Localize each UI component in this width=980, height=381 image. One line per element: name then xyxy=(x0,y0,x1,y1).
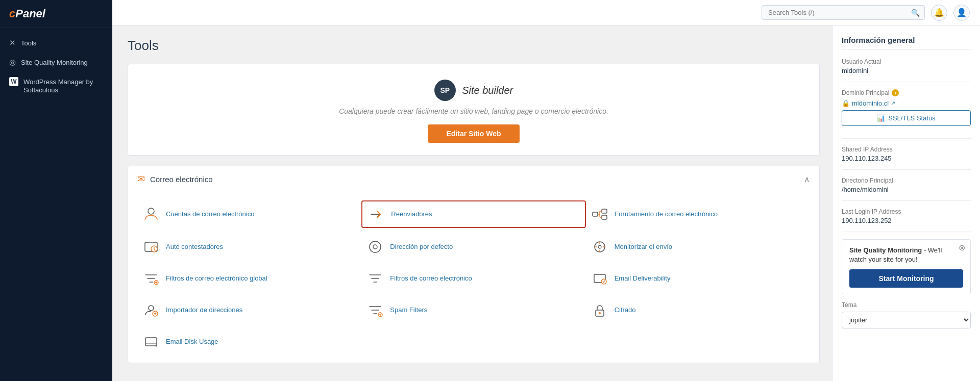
tool-disk-usage-label: Email Disk Usage xyxy=(166,338,218,346)
search-input[interactable] xyxy=(762,5,925,20)
sidebar-item-wordpress[interactable]: W WordPress Manager by Softaculous xyxy=(0,72,112,99)
tool-autocontestadores-icon xyxy=(142,238,160,256)
dominio-link[interactable]: 🔒 midominio.cl ↗ xyxy=(842,99,971,107)
info-label-shared-ip: Shared IP Address xyxy=(842,146,971,153)
lock-icon: 🔒 xyxy=(842,99,850,107)
sidebar-item-site-quality[interactable]: ◎ Site Quality Monitoring xyxy=(0,53,112,72)
info-label-last-login: Last Login IP Address xyxy=(842,208,971,215)
sidebar-item-wordpress-top: W WordPress Manager by xyxy=(9,77,103,86)
info-label-dominio: Dominio Principal xyxy=(842,89,889,96)
monitoring-popup-text: Site Quality Monitoring - We'll watch yo… xyxy=(849,246,963,264)
tool-cifrado-icon xyxy=(591,301,608,319)
tool-disk-usage[interactable]: Email Disk Usage xyxy=(137,329,361,354)
ssl-status-button[interactable]: 📊 SSL/TLS Status xyxy=(842,110,971,126)
monitoring-popup-close[interactable]: ⊗ xyxy=(959,244,965,252)
tool-filtros-global[interactable]: Filtros de correo electrónico global xyxy=(137,266,361,291)
start-monitoring-button[interactable]: Start Monitoring xyxy=(849,269,963,288)
section-header-left: ✉ Correo electrónico xyxy=(137,173,213,185)
sidebar: cPanel ✕ Tools ◎ Site Quality Monitoring… xyxy=(0,0,112,381)
tool-direccion-icon xyxy=(366,238,384,256)
logo: cPanel xyxy=(0,0,112,28)
svg-point-7 xyxy=(373,245,377,249)
tool-enrutamiento-label: Enrutamiento de correo electrónico xyxy=(615,210,718,219)
tool-spam-icon xyxy=(366,301,384,319)
ssl-button-label: SSL/TLS Status xyxy=(888,114,936,122)
email-tools-section: ✉ Correo electrónico ∧ C xyxy=(128,166,820,363)
sidebar-item-wordpress-label: WordPress Manager by xyxy=(23,78,93,86)
sidebar-nav: ✕ Tools ◎ Site Quality Monitoring W Word… xyxy=(0,28,112,104)
tema-select[interactable]: jupiter paper_lantern xyxy=(842,312,971,328)
tool-filtros[interactable]: Filtros de correo electrónico xyxy=(361,266,585,291)
tema-label: Tema xyxy=(842,301,971,309)
tool-reenviadores[interactable]: Reenviadores xyxy=(361,200,585,228)
sidebar-item-site-quality-label: Site Quality Monitoring xyxy=(21,59,88,66)
tool-enrutamiento-icon xyxy=(591,206,608,223)
search-icon: 🔍 xyxy=(911,9,920,17)
tool-monitorizar-icon xyxy=(591,238,608,256)
svg-point-9 xyxy=(598,245,601,248)
tool-importador-icon xyxy=(142,301,160,319)
svg-point-19 xyxy=(156,345,157,347)
tool-cuentas-label: Cuentas de correo electrónico xyxy=(166,210,254,219)
sidebar-item-tools-label: Tools xyxy=(21,39,36,47)
info-row-last-login: Last Login IP Address 190.110.123.252 xyxy=(842,208,971,232)
tool-spam-label: Spam Filters xyxy=(390,306,427,315)
collapse-button[interactable]: ∧ xyxy=(804,174,810,184)
main-content: 🔍 🔔 👤 Tools SP Site builder Cualquiera p… xyxy=(112,0,980,381)
site-builder-subtitle: Cualquiera puede crear fácilmente un sit… xyxy=(138,107,809,115)
info-row-shared-ip: Shared IP Address 190.110.123.245 xyxy=(842,146,971,170)
svg-point-0 xyxy=(148,208,154,214)
info-row-directorio: Directorio Principal /home/midomini xyxy=(842,177,971,201)
info-panel: Información general Usuario Actual midom… xyxy=(832,26,980,381)
tool-monitorizar-label: Monitorizar el envío xyxy=(615,243,672,251)
tool-autocontestadores[interactable]: Auto contestadores xyxy=(137,234,361,260)
bell-button[interactable]: 🔔 xyxy=(931,5,947,21)
tool-cuentas[interactable]: Cuentas de correo electrónico xyxy=(137,200,361,228)
tool-disk-usage-icon xyxy=(142,333,160,350)
tool-autocontestadores-label: Auto contestadores xyxy=(166,243,223,251)
logo-text: cPanel xyxy=(9,7,45,20)
svg-rect-3 xyxy=(602,215,607,219)
site-builder-title: Site builder xyxy=(462,85,513,96)
info-row-usuario: Usuario Actual midomini xyxy=(842,58,971,82)
logo-c: c xyxy=(9,7,15,20)
content-main: Tools SP Site builder Cualquiera puede c… xyxy=(112,26,832,381)
tool-enrutamiento[interactable]: Enrutamiento de correo electrónico xyxy=(586,200,810,228)
site-builder-avatar: SP xyxy=(434,80,456,101)
email-section-header: ✉ Correo electrónico ∧ xyxy=(128,166,819,192)
page-title: Tools xyxy=(128,38,820,54)
user-button[interactable]: 👤 xyxy=(953,5,970,21)
site-builder-card: SP Site builder Cualquiera puede crear f… xyxy=(128,64,820,156)
tool-importador[interactable]: Importador de direcciones xyxy=(137,297,361,323)
external-link-icon: ↗ xyxy=(891,100,895,107)
tool-filtros-icon xyxy=(366,270,384,287)
tool-direccion-defecto[interactable]: Dirección por defecto xyxy=(361,234,585,260)
info-label-directorio: Directorio Principal xyxy=(842,177,971,184)
svg-point-17 xyxy=(599,312,601,314)
tool-monitorizar[interactable]: Monitorizar el envío xyxy=(586,234,810,260)
bell-icon: 🔔 xyxy=(934,8,944,17)
svg-point-13 xyxy=(149,306,154,311)
topbar: 🔍 🔔 👤 xyxy=(112,0,980,26)
tool-filtros-global-icon xyxy=(142,270,160,287)
tool-filtros-global-label: Filtros de correo electrónico global xyxy=(166,274,267,283)
sidebar-item-tools[interactable]: ✕ Tools xyxy=(0,33,112,53)
info-value-directorio: /home/midomini xyxy=(842,186,971,193)
svg-rect-1 xyxy=(593,212,598,216)
tools-icon: ✕ xyxy=(9,38,16,47)
tool-email-deliverability[interactable]: Email Deliverability xyxy=(586,266,810,291)
svg-point-6 xyxy=(370,241,381,252)
ssl-icon: 📊 xyxy=(877,114,885,122)
site-builder-header: SP Site builder xyxy=(138,80,809,101)
tool-cifrado[interactable]: Cifrado xyxy=(586,297,810,323)
logo-rest: Panel xyxy=(15,7,45,20)
tool-spam-filters[interactable]: Spam Filters xyxy=(361,297,585,323)
info-value-shared-ip: 190.110.123.245 xyxy=(842,155,971,162)
edit-site-button[interactable]: Editar Sitio Web xyxy=(428,124,519,143)
info-icon-circle: i xyxy=(892,89,899,96)
monitoring-popup: ⊗ Site Quality Monitoring - We'll watch … xyxy=(842,239,971,294)
tool-cuentas-icon xyxy=(142,206,160,223)
dominio-label-row: Dominio Principal i xyxy=(842,89,971,96)
info-value-usuario: midomini xyxy=(842,67,971,74)
search-wrap: 🔍 xyxy=(762,5,925,20)
